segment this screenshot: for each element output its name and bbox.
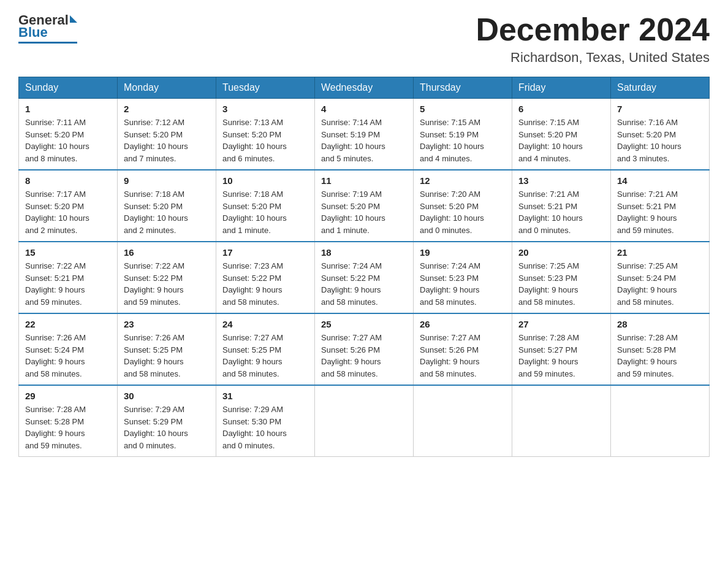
header-thursday: Thursday [414,77,512,99]
day-number: 20 [518,247,604,258]
day-number: 5 [420,104,506,114]
logo-triangle-icon [70,15,77,23]
day-info: Sunrise: 7:22 AM Sunset: 5:22 PM Dayligh… [124,260,210,308]
table-row: 10 Sunrise: 7:18 AM Sunset: 5:20 PM Dayl… [216,170,315,242]
day-number: 1 [25,104,111,114]
day-info: Sunrise: 7:16 AM Sunset: 5:20 PM Dayligh… [617,117,703,164]
calendar-header-row: Sunday Monday Tuesday Wednesday Thursday… [19,77,710,99]
table-row: 8 Sunrise: 7:17 AM Sunset: 5:20 PM Dayli… [19,170,118,242]
table-row: 4 Sunrise: 7:14 AM Sunset: 5:19 PM Dayli… [315,99,414,170]
day-number: 2 [124,104,210,114]
logo: General Blue [18,12,77,44]
day-number: 22 [25,319,111,329]
day-info: Sunrise: 7:27 AM Sunset: 5:25 PM Dayligh… [222,332,308,380]
table-row: 26 Sunrise: 7:27 AM Sunset: 5:26 PM Dayl… [414,313,512,385]
day-info: Sunrise: 7:15 AM Sunset: 5:19 PM Dayligh… [420,117,506,164]
day-number: 27 [518,319,604,329]
table-row: 18 Sunrise: 7:24 AM Sunset: 5:22 PM Dayl… [315,242,414,313]
calendar-week-row: 22 Sunrise: 7:26 AM Sunset: 5:24 PM Dayl… [19,313,710,385]
table-row: 7 Sunrise: 7:16 AM Sunset: 5:20 PM Dayli… [611,99,710,170]
day-number: 14 [617,175,703,186]
day-info: Sunrise: 7:17 AM Sunset: 5:20 PM Dayligh… [25,188,111,236]
logo-underline [18,42,77,44]
table-row: 3 Sunrise: 7:13 AM Sunset: 5:20 PM Dayli… [216,99,315,170]
day-info: Sunrise: 7:13 AM Sunset: 5:20 PM Dayligh… [222,117,308,164]
table-row [414,385,512,457]
table-row: 13 Sunrise: 7:21 AM Sunset: 5:21 PM Dayl… [512,170,611,242]
table-row: 31 Sunrise: 7:29 AM Sunset: 5:30 PM Dayl… [216,385,315,457]
table-row: 28 Sunrise: 7:28 AM Sunset: 5:28 PM Dayl… [611,313,710,385]
table-row: 15 Sunrise: 7:22 AM Sunset: 5:21 PM Dayl… [19,242,118,313]
day-number: 18 [321,247,407,258]
day-number: 10 [222,175,308,186]
day-info: Sunrise: 7:27 AM Sunset: 5:26 PM Dayligh… [420,332,506,380]
day-info: Sunrise: 7:21 AM Sunset: 5:21 PM Dayligh… [518,188,604,236]
table-row [315,385,414,457]
table-row: 16 Sunrise: 7:22 AM Sunset: 5:22 PM Dayl… [118,242,216,313]
day-info: Sunrise: 7:11 AM Sunset: 5:20 PM Dayligh… [25,117,111,164]
day-info: Sunrise: 7:18 AM Sunset: 5:20 PM Dayligh… [222,188,308,236]
day-info: Sunrise: 7:27 AM Sunset: 5:26 PM Dayligh… [321,332,407,380]
day-number: 28 [617,319,703,329]
table-row: 6 Sunrise: 7:15 AM Sunset: 5:20 PM Dayli… [512,99,611,170]
day-info: Sunrise: 7:14 AM Sunset: 5:19 PM Dayligh… [321,117,407,164]
table-row: 9 Sunrise: 7:18 AM Sunset: 5:20 PM Dayli… [118,170,216,242]
day-info: Sunrise: 7:28 AM Sunset: 5:28 PM Dayligh… [25,404,111,451]
calendar-week-row: 15 Sunrise: 7:22 AM Sunset: 5:21 PM Dayl… [19,242,710,313]
logo-blue-text: Blue [18,25,48,40]
day-info: Sunrise: 7:15 AM Sunset: 5:20 PM Dayligh… [518,117,604,164]
day-info: Sunrise: 7:20 AM Sunset: 5:20 PM Dayligh… [420,188,506,236]
table-row [611,385,710,457]
calendar-week-row: 29 Sunrise: 7:28 AM Sunset: 5:28 PM Dayl… [19,385,710,457]
day-number: 4 [321,104,407,114]
day-number: 29 [25,391,111,401]
day-info: Sunrise: 7:29 AM Sunset: 5:30 PM Dayligh… [222,404,308,451]
day-number: 13 [518,175,604,186]
day-number: 26 [420,319,506,329]
day-number: 25 [321,319,407,329]
table-row: 12 Sunrise: 7:20 AM Sunset: 5:20 PM Dayl… [414,170,512,242]
day-info: Sunrise: 7:24 AM Sunset: 5:23 PM Dayligh… [420,260,506,308]
day-info: Sunrise: 7:29 AM Sunset: 5:29 PM Dayligh… [124,404,210,451]
day-info: Sunrise: 7:28 AM Sunset: 5:28 PM Dayligh… [617,332,703,380]
day-info: Sunrise: 7:28 AM Sunset: 5:27 PM Dayligh… [518,332,604,380]
header-monday: Monday [118,77,216,99]
table-row: 30 Sunrise: 7:29 AM Sunset: 5:29 PM Dayl… [118,385,216,457]
page-subtitle: Richardson, Texas, United States [476,50,710,66]
table-row: 11 Sunrise: 7:19 AM Sunset: 5:20 PM Dayl… [315,170,414,242]
day-info: Sunrise: 7:18 AM Sunset: 5:20 PM Dayligh… [124,188,210,236]
day-number: 3 [222,104,308,114]
day-number: 16 [124,247,210,258]
table-row: 29 Sunrise: 7:28 AM Sunset: 5:28 PM Dayl… [19,385,118,457]
calendar-week-row: 8 Sunrise: 7:17 AM Sunset: 5:20 PM Dayli… [19,170,710,242]
day-number: 17 [222,247,308,258]
day-info: Sunrise: 7:24 AM Sunset: 5:22 PM Dayligh… [321,260,407,308]
day-info: Sunrise: 7:26 AM Sunset: 5:24 PM Dayligh… [25,332,111,380]
day-number: 23 [124,319,210,329]
day-number: 21 [617,247,703,258]
table-row [512,385,611,457]
header-friday: Friday [512,77,611,99]
day-info: Sunrise: 7:26 AM Sunset: 5:25 PM Dayligh… [124,332,210,380]
table-row: 1 Sunrise: 7:11 AM Sunset: 5:20 PM Dayli… [19,99,118,170]
header-wednesday: Wednesday [315,77,414,99]
table-row: 27 Sunrise: 7:28 AM Sunset: 5:27 PM Dayl… [512,313,611,385]
day-number: 31 [222,391,308,401]
table-row: 14 Sunrise: 7:21 AM Sunset: 5:21 PM Dayl… [611,170,710,242]
title-area: December 2024 Richardson, Texas, United … [476,12,710,66]
calendar-table: Sunday Monday Tuesday Wednesday Thursday… [18,77,710,457]
day-info: Sunrise: 7:25 AM Sunset: 5:23 PM Dayligh… [518,260,604,308]
day-number: 6 [518,104,604,114]
day-number: 19 [420,247,506,258]
page-header: General Blue December 2024 Richardson, T… [18,12,710,66]
day-info: Sunrise: 7:23 AM Sunset: 5:22 PM Dayligh… [222,260,308,308]
day-info: Sunrise: 7:19 AM Sunset: 5:20 PM Dayligh… [321,188,407,236]
header-sunday: Sunday [19,77,118,99]
table-row: 23 Sunrise: 7:26 AM Sunset: 5:25 PM Dayl… [118,313,216,385]
table-row: 19 Sunrise: 7:24 AM Sunset: 5:23 PM Dayl… [414,242,512,313]
day-info: Sunrise: 7:12 AM Sunset: 5:20 PM Dayligh… [124,117,210,164]
day-number: 24 [222,319,308,329]
day-number: 12 [420,175,506,186]
table-row: 17 Sunrise: 7:23 AM Sunset: 5:22 PM Dayl… [216,242,315,313]
page-title: December 2024 [476,12,710,47]
